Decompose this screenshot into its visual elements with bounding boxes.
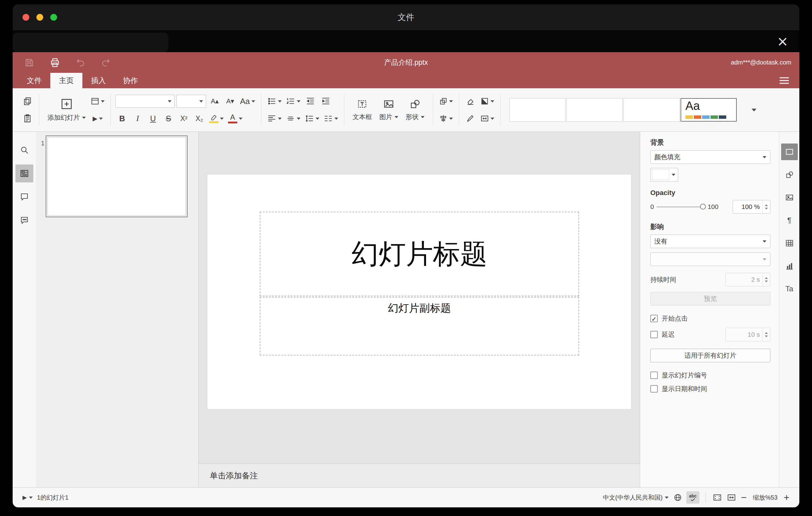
notes-area[interactable]: 单击添加备注 xyxy=(199,463,640,487)
bullets-button[interactable] xyxy=(266,94,283,108)
theme-thumbnail[interactable] xyxy=(509,98,566,122)
decrease-indent-button[interactable] xyxy=(303,94,317,108)
slide-layout-button[interactable] xyxy=(89,94,106,108)
superscript-button[interactable]: X² xyxy=(177,112,191,125)
print-button[interactable] xyxy=(50,57,60,68)
spinner-arrows[interactable] xyxy=(762,200,770,213)
increase-indent-button[interactable] xyxy=(319,94,332,108)
increase-font-button[interactable]: A▴ xyxy=(208,94,222,108)
close-editor-button[interactable]: × xyxy=(775,34,790,48)
decrease-font-button[interactable]: A▾ xyxy=(223,94,237,108)
zoom-out-button[interactable]: − xyxy=(741,492,748,503)
spin-down-icon[interactable] xyxy=(765,336,768,337)
slide-thumbnail-selected[interactable] xyxy=(46,136,187,217)
add-slide-button[interactable]: 添加幻灯片 xyxy=(44,93,89,126)
zoom-window-light[interactable] xyxy=(50,14,57,21)
spellcheck-toggle[interactable]: abc xyxy=(687,491,699,504)
theme-gallery-expand-button[interactable] xyxy=(748,101,760,119)
tab-home[interactable]: 主页 xyxy=(50,73,82,88)
textart-settings-button[interactable]: Ta xyxy=(781,281,798,297)
image-settings-button[interactable] xyxy=(781,189,798,206)
insert-textbox-button[interactable]: 文本框 xyxy=(349,93,376,126)
opacity-value-spinner[interactable]: 100 % xyxy=(733,200,770,213)
numbering-button[interactable] xyxy=(285,94,302,108)
subscript-button[interactable]: X₂ xyxy=(193,112,206,125)
font-size-combo[interactable] xyxy=(176,95,206,108)
slide-title-placeholder[interactable]: 幻灯片标题 xyxy=(260,212,579,296)
slide-subtitle-placeholder[interactable]: 幻灯片副标题 xyxy=(260,297,579,355)
shape-fill-button[interactable] xyxy=(479,94,495,108)
effect-select[interactable]: 没有 xyxy=(650,234,770,248)
align-shape-button[interactable] xyxy=(438,112,454,125)
start-slideshow-status-button[interactable]: ▶ xyxy=(22,494,33,501)
strikethrough-button[interactable]: S xyxy=(162,112,175,125)
italic-button[interactable]: I xyxy=(131,112,144,125)
spin-down-icon[interactable] xyxy=(765,281,768,282)
bold-button[interactable]: B xyxy=(115,112,129,125)
slide-settings-button[interactable] xyxy=(781,144,798,160)
horizontal-align-button[interactable] xyxy=(266,112,283,125)
theme-thumbnail-selected[interactable]: Aa xyxy=(680,98,737,122)
paste-button[interactable] xyxy=(21,112,34,125)
tab-insert[interactable]: 插入 xyxy=(82,73,114,88)
start-slideshow-button[interactable]: ▶ xyxy=(89,112,106,125)
slide-canvas[interactable]: 幻灯片标题 幻灯片副标题 xyxy=(207,174,632,409)
font-color-button[interactable]: A xyxy=(227,112,244,125)
spin-up-icon[interactable] xyxy=(765,277,768,279)
copy-button[interactable] xyxy=(21,94,34,108)
fit-slide-button[interactable] xyxy=(712,493,723,502)
underline-button[interactable]: U xyxy=(146,112,160,125)
line-spacing-button[interactable] xyxy=(303,112,321,125)
apply-to-all-slides-button[interactable]: 适用于所有幻灯片 xyxy=(650,349,770,362)
fit-width-button[interactable] xyxy=(726,493,737,502)
highlight-color-button[interactable] xyxy=(208,112,225,125)
duration-input[interactable]: 2 s xyxy=(725,273,770,286)
menu-hamburger-button[interactable] xyxy=(778,76,790,85)
theme-thumbnail[interactable] xyxy=(624,98,680,122)
preview-button[interactable]: 预览 xyxy=(650,292,770,306)
paragraph-settings-button[interactable]: ¶ xyxy=(781,212,798,229)
columns-button[interactable] xyxy=(322,112,339,125)
tab-file[interactable]: 文件 xyxy=(18,73,50,88)
slides-panel-button[interactable] xyxy=(16,165,33,182)
delay-checkbox[interactable] xyxy=(650,331,658,338)
table-settings-button[interactable] xyxy=(781,235,798,252)
document-language-button[interactable] xyxy=(673,493,683,502)
minimize-window-light[interactable] xyxy=(36,14,43,21)
shape-settings-button[interactable] xyxy=(781,166,798,183)
slider-knob[interactable] xyxy=(700,204,706,209)
slide-size-button[interactable] xyxy=(479,112,495,125)
close-window-light[interactable] xyxy=(23,14,29,21)
arrange-shape-button[interactable] xyxy=(438,94,454,108)
undo-button[interactable] xyxy=(76,58,85,67)
delay-input[interactable]: 10 s xyxy=(725,328,770,341)
opacity-slider[interactable] xyxy=(657,204,705,210)
copy-style-button[interactable] xyxy=(464,112,477,125)
spin-down-icon[interactable] xyxy=(765,208,768,209)
chart-settings-button[interactable] xyxy=(781,258,798,274)
redo-button[interactable] xyxy=(101,58,111,67)
chat-panel-button[interactable] xyxy=(16,211,33,229)
language-selector[interactable]: 中文(中华人民共和国) xyxy=(602,493,669,502)
tab-collaboration[interactable]: 协作 xyxy=(114,73,147,88)
show-datetime-checkbox[interactable] xyxy=(650,385,658,393)
font-name-combo[interactable] xyxy=(115,95,175,108)
show-slide-number-checkbox[interactable] xyxy=(650,372,658,379)
comments-panel-button[interactable] xyxy=(16,188,33,206)
effect-variant-select[interactable] xyxy=(650,253,770,266)
save-button[interactable] xyxy=(24,58,34,67)
clear-style-button[interactable] xyxy=(464,94,477,108)
insert-shape-button[interactable]: 形状 xyxy=(402,93,428,126)
insert-image-button[interactable]: 图片 xyxy=(376,93,402,126)
spin-up-icon[interactable] xyxy=(765,332,768,334)
search-panel-button[interactable] xyxy=(16,141,33,159)
delay-row: 延迟 10 s xyxy=(650,328,770,341)
vertical-align-button[interactable] xyxy=(285,112,302,125)
change-case-button[interactable]: Aa xyxy=(239,94,256,108)
start-on-click-checkbox[interactable]: ✓ xyxy=(650,315,658,322)
theme-thumbnail[interactable] xyxy=(567,98,622,122)
spin-up-icon[interactable] xyxy=(765,204,768,206)
background-color-picker[interactable] xyxy=(650,168,678,181)
zoom-in-button[interactable]: + xyxy=(783,492,790,503)
background-fill-select[interactable]: 颜色填充 xyxy=(650,150,770,164)
